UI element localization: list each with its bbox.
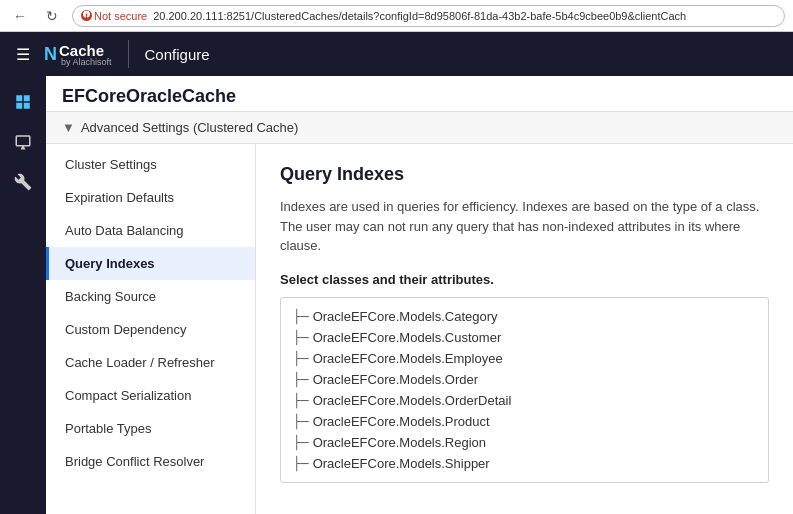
section-header-text: Advanced Settings (Clustered Cache) xyxy=(81,120,299,135)
nav-bar: ☰ N Cache by Alachisoft Configure xyxy=(0,32,793,76)
hamburger-menu[interactable]: ☰ xyxy=(12,41,34,68)
tree-item-label: OracleEFCore.Models.Order xyxy=(313,372,478,387)
tree-connector-icon: ├─ xyxy=(293,414,309,429)
nav-item-auto-data-balancing[interactable]: Auto Data Balancing xyxy=(46,214,255,247)
right-panel: Query Indexes Indexes are used in querie… xyxy=(256,144,793,514)
tree-connector-icon: ├─ xyxy=(293,372,309,387)
panel-title: Query Indexes xyxy=(280,164,769,185)
body-split: Cluster SettingsExpiration DefaultsAuto … xyxy=(46,144,793,514)
content-area: EFCoreOracleCache ▼ Advanced Settings (C… xyxy=(46,76,793,514)
tree-connector-icon: ├─ xyxy=(293,309,309,324)
tree-item[interactable]: ├─OracleEFCore.Models.Shipper xyxy=(281,453,768,474)
dashboard-icon-btn[interactable] xyxy=(5,84,41,120)
left-nav: Cluster SettingsExpiration DefaultsAuto … xyxy=(46,144,256,514)
nav-item-cluster-settings[interactable]: Cluster Settings xyxy=(46,148,255,181)
tree-item[interactable]: ├─OracleEFCore.Models.Region xyxy=(281,432,768,453)
not-secure-indicator: Not secure xyxy=(81,10,147,22)
tree-item-label: OracleEFCore.Models.Customer xyxy=(313,330,502,345)
url-text: 20.200.20.111:8251/ClusteredCaches/detai… xyxy=(153,10,686,22)
tree-connector-icon: ├─ xyxy=(293,435,309,450)
tree-item-label: OracleEFCore.Models.Shipper xyxy=(313,456,490,471)
tree-connector-icon: ├─ xyxy=(293,330,309,345)
tree-item[interactable]: ├─OracleEFCore.Models.OrderDetail xyxy=(281,390,768,411)
tree-item[interactable]: ├─OracleEFCore.Models.Category xyxy=(281,306,768,327)
select-label: Select classes and their attributes. xyxy=(280,272,769,287)
page-header: EFCoreOracleCache xyxy=(46,76,793,112)
browser-chrome: ← ↻ Not secure 20.200.20.111:8251/Cluste… xyxy=(0,0,793,32)
nav-item-cache-loader[interactable]: Cache Loader / Refresher xyxy=(46,346,255,379)
tree-connector-icon: ├─ xyxy=(293,393,309,408)
nav-divider xyxy=(128,40,129,68)
monitor-icon-btn[interactable] xyxy=(5,124,41,160)
page-title: EFCoreOracleCache xyxy=(62,86,236,106)
nav-item-backing-source[interactable]: Backing Source xyxy=(46,280,255,313)
tree-connector-icon: ├─ xyxy=(293,351,309,366)
nav-item-portable-types[interactable]: Portable Types xyxy=(46,412,255,445)
tree-item-label: OracleEFCore.Models.Region xyxy=(313,435,486,450)
nav-item-custom-dependency[interactable]: Custom Dependency xyxy=(46,313,255,346)
collapse-icon[interactable]: ▼ xyxy=(62,120,75,135)
section-header: ▼ Advanced Settings (Clustered Cache) xyxy=(46,112,793,144)
panel-description: Indexes are used in queries for efficien… xyxy=(280,197,769,256)
brand-logo-area: N Cache by Alachisoft xyxy=(44,42,112,67)
tree-item[interactable]: ├─OracleEFCore.Models.Customer xyxy=(281,327,768,348)
tools-icon-btn[interactable] xyxy=(5,164,41,200)
nav-item-bridge-conflict[interactable]: Bridge Conflict Resolver xyxy=(46,445,255,478)
refresh-button[interactable]: ↻ xyxy=(40,4,64,28)
icon-sidebar xyxy=(0,76,46,514)
tree-item[interactable]: ├─OracleEFCore.Models.Employee xyxy=(281,348,768,369)
tree-item[interactable]: ├─OracleEFCore.Models.Product xyxy=(281,411,768,432)
tree-item-label: OracleEFCore.Models.Product xyxy=(313,414,490,429)
tree-connector-icon: ├─ xyxy=(293,456,309,471)
nav-item-expiration-defaults[interactable]: Expiration Defaults xyxy=(46,181,255,214)
nav-title: Configure xyxy=(145,46,210,63)
tree-item-label: OracleEFCore.Models.Employee xyxy=(313,351,503,366)
nav-item-query-indexes[interactable]: Query Indexes xyxy=(46,247,255,280)
address-bar[interactable]: Not secure 20.200.20.111:8251/ClusteredC… xyxy=(72,5,785,27)
brand-name: Cache xyxy=(59,42,104,59)
tree-container: ├─OracleEFCore.Models.Category├─OracleEF… xyxy=(280,297,769,483)
back-button[interactable]: ← xyxy=(8,4,32,28)
nav-item-compact-serialization[interactable]: Compact Serialization xyxy=(46,379,255,412)
tree-item[interactable]: ├─OracleEFCore.Models.Order xyxy=(281,369,768,390)
tree-item-label: OracleEFCore.Models.OrderDetail xyxy=(313,393,512,408)
brand-by: by Alachisoft xyxy=(61,57,112,67)
main-content: EFCoreOracleCache ▼ Advanced Settings (C… xyxy=(0,76,793,514)
tree-item-label: OracleEFCore.Models.Category xyxy=(313,309,498,324)
brand-logo: N xyxy=(44,44,57,65)
